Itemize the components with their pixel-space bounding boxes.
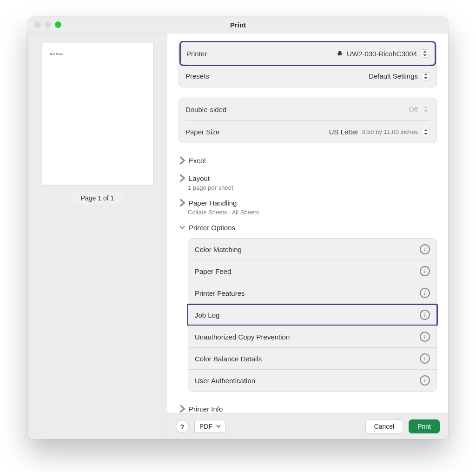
page-preview: Test Page xyxy=(42,43,153,185)
option-label: Color Matching xyxy=(195,246,242,253)
presets-select-row[interactable]: Presets Default Settings xyxy=(185,65,430,87)
printer-option-unauthorized-copy-prevention[interactable]: Unauthorized Copy Preventioni xyxy=(188,326,436,347)
print-dialog: Print Test Page Page 1 of 1 Printer xyxy=(28,17,448,439)
info-icon[interactable]: i xyxy=(420,244,430,254)
close-window-button[interactable] xyxy=(34,21,41,28)
info-icon[interactable]: i xyxy=(420,266,430,276)
section-paper-handling[interactable]: Paper Handling Collate Sheets · All Shee… xyxy=(178,196,437,216)
cancel-button[interactable]: Cancel xyxy=(365,419,403,433)
svg-rect-0 xyxy=(338,53,342,54)
minimize-window-button[interactable] xyxy=(45,21,51,28)
printer-option-user-authentication[interactable]: User Authenticationi xyxy=(188,369,436,391)
chevron-right-icon xyxy=(179,200,185,206)
section-title: Printer Info xyxy=(189,405,223,413)
printer-value: UW2-030-RicohC3004 xyxy=(347,50,417,58)
info-icon[interactable]: i xyxy=(420,332,430,342)
page-setup-group: Double-sided Off Paper Size US xyxy=(178,98,437,143)
pdf-dropdown[interactable]: PDF xyxy=(194,420,226,433)
titlebar: Print xyxy=(28,17,448,33)
printer-option-color-matching[interactable]: Color Matchingi xyxy=(188,239,436,260)
section-title: Layout xyxy=(189,174,210,182)
zoom-window-button[interactable] xyxy=(55,21,61,28)
stepper-icon xyxy=(421,49,429,58)
window-controls xyxy=(34,21,61,28)
option-label: Unauthorized Copy Prevention xyxy=(195,333,290,341)
printer-option-printer-features[interactable]: Printer Featuresi xyxy=(188,282,436,304)
option-label: Job Log xyxy=(195,311,219,319)
dialog-title: Print xyxy=(230,21,246,29)
presets-label: Presets xyxy=(185,72,209,80)
printer-label: Printer xyxy=(186,50,207,58)
info-icon[interactable]: i xyxy=(420,310,430,320)
section-layout[interactable]: Layout 1 page per sheet xyxy=(178,171,437,191)
double-sided-label: Double-sided xyxy=(185,106,226,113)
section-printer-options[interactable]: Printer Options xyxy=(178,220,437,234)
svg-rect-1 xyxy=(338,51,341,53)
chevron-down-icon xyxy=(179,225,185,230)
stepper-icon xyxy=(422,72,430,80)
section-title: Paper Handling xyxy=(189,199,237,207)
chevron-right-icon xyxy=(179,406,185,412)
info-icon[interactable]: i xyxy=(420,375,430,386)
double-sided-row: Double-sided Off xyxy=(185,98,430,120)
option-label: Paper Feed xyxy=(195,267,231,275)
presets-value: Default Settings xyxy=(369,72,418,80)
paper-size-value: US Letter xyxy=(329,128,358,136)
printer-options-list: Color MatchingiPaper FeediPrinter Featur… xyxy=(188,238,437,392)
dialog-footer: ? PDF Cancel Print xyxy=(167,413,448,439)
pdf-label: PDF xyxy=(199,423,212,430)
stepper-icon xyxy=(422,128,430,136)
section-title: Excel xyxy=(189,157,206,165)
option-label: Color Balance Details xyxy=(195,355,262,363)
option-label: User Authentication xyxy=(195,377,255,385)
printer-option-job-log[interactable]: Job Logi xyxy=(188,304,436,326)
printer-row-highlight: Printer UW2-030-RicohC3004 xyxy=(179,41,436,66)
printer-option-color-balance-details[interactable]: Color Balance Detailsi xyxy=(188,347,436,369)
printer-presets-group: Printer UW2-030-RicohC3004 xyxy=(178,42,437,87)
page-indicator: Page 1 of 1 xyxy=(72,192,124,205)
chevron-right-icon xyxy=(179,158,185,163)
printer-select-row[interactable]: Printer UW2-030-RicohC3004 xyxy=(186,42,429,65)
double-sided-value: Off xyxy=(409,106,418,113)
option-label: Printer Features xyxy=(195,289,245,297)
preview-pane: Test Page Page 1 of 1 xyxy=(28,33,167,439)
info-icon[interactable]: i xyxy=(420,288,430,298)
help-button[interactable]: ? xyxy=(176,420,189,433)
info-icon[interactable]: i xyxy=(420,353,430,364)
chevron-right-icon xyxy=(179,175,185,181)
paper-size-dims: 8.50 by 11.00 inches xyxy=(362,128,418,135)
stepper-icon xyxy=(422,105,430,113)
printer-icon xyxy=(337,50,343,57)
settings-pane: Printer UW2-030-RicohC3004 xyxy=(167,33,448,439)
chevron-down-icon xyxy=(216,425,221,428)
paper-size-label: Paper Size xyxy=(185,128,219,136)
svg-rect-2 xyxy=(338,55,341,56)
section-title: Printer Options xyxy=(189,224,235,232)
print-button[interactable]: Print xyxy=(409,419,440,433)
section-excel[interactable]: Excel xyxy=(178,153,437,167)
printer-option-paper-feed[interactable]: Paper Feedi xyxy=(188,260,436,282)
paper-size-row[interactable]: Paper Size US Letter 8.50 by 11.00 inche… xyxy=(185,120,430,143)
preview-content-text: Test Page xyxy=(42,43,153,55)
section-subtitle: Collate Sheets · All Sheets xyxy=(188,209,437,216)
section-subtitle: 1 page per sheet xyxy=(188,184,437,191)
section-printer-info[interactable]: Printer Info xyxy=(178,402,437,413)
